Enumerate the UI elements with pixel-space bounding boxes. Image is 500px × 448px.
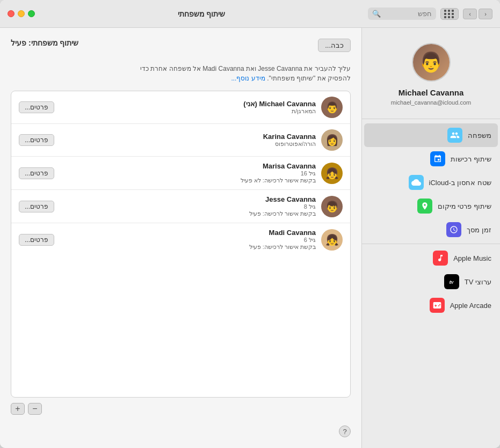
member-details-button[interactable]: פרטים... (19, 101, 54, 113)
sidebar-item-screentime[interactable]: זמן מסך (362, 218, 500, 241)
forward-button[interactable]: › (479, 9, 492, 19)
titlebar: שיתוף משפחתי 🔍 ‹ (0, 0, 500, 28)
window-title: שיתוף משפחתי (178, 10, 226, 18)
member-avatar: 👦 (321, 196, 343, 217)
member-info: Karina Cavannaהורה/אפוטרופוס (263, 133, 316, 148)
sidebar-item-purchases[interactable]: שיתוף רכישות (362, 147, 500, 171)
grid-dots (444, 10, 454, 18)
member-row: 👧Marisa Cavannaגיל 16בקשת אישור לרכישה: … (11, 157, 350, 190)
member-row: 👧Madi Cavannaגיל 6בקשת אישור לרכישה: פעי… (11, 223, 350, 256)
member-details-button[interactable]: פרטים... (19, 234, 54, 246)
sidebar-item-label: שטח אחסון ב-iCloud (429, 179, 491, 187)
sidebar-item-label: Apple Music (453, 254, 491, 262)
grid-dot (444, 13, 446, 15)
nav-buttons: ‹ › (463, 9, 492, 19)
help-button[interactable]: ? (339, 425, 351, 437)
sidebar-divider-1 (362, 119, 500, 119)
titlebar-left (8, 10, 35, 17)
close-button[interactable] (8, 10, 15, 17)
location-icon (417, 199, 432, 214)
member-details-button[interactable]: פרטים... (19, 201, 54, 212)
member-status: בקשת אישור לרכישה: לא פעיל (241, 177, 316, 184)
grid-dot (444, 10, 446, 12)
sidebar-item-location[interactable]: שיתוף פרטי מיקום (362, 194, 500, 218)
member-status: בקשת אישור לרכישה: פעיל (249, 244, 316, 251)
grid-dot (452, 16, 454, 18)
sidebar-item-music[interactable]: Apple Music (362, 246, 500, 270)
member-role: גיל 6 (249, 237, 316, 244)
member-role: המארגן/ת (243, 108, 316, 115)
screentime-icon (446, 222, 461, 237)
sidebar-item-label: ערוצי TV (465, 278, 491, 286)
minimize-button[interactable] (18, 10, 25, 17)
member-right: 👧Marisa Cavannaגיל 16בקשת אישור לרכישה: … (241, 162, 343, 184)
profile-name: Michael Cavanna (398, 88, 464, 97)
tv-icon: tv (444, 274, 459, 289)
members-list: 👨Michael Cavanna (אני)המארגן/תפרטים...👩K… (11, 91, 351, 398)
member-name: Karina Cavanna (263, 133, 316, 141)
music-icon (433, 251, 448, 266)
member-info: Madi Cavannaגיל 6בקשת אישור לרכישה: פעיל (249, 229, 316, 251)
search-box[interactable]: 🔍 (368, 8, 436, 20)
member-role: גיל 8 (249, 203, 316, 210)
search-input[interactable] (383, 10, 432, 18)
member-name: Madi Cavanna (249, 229, 316, 237)
window: שיתוף משפחתי 🔍 ‹ (0, 0, 500, 448)
right-sidebar: 👨 Michael Cavanna michael_cavanna@icloud… (361, 28, 500, 448)
grid-dot (448, 13, 450, 15)
list-footer: − + (11, 403, 351, 415)
panel-subtitle: עליך להעביר את Jesse Cavanna ואת Madi Ca… (11, 64, 351, 83)
sidebar-item-label: שיתוף רכישות (451, 155, 491, 163)
purchases-icon (430, 151, 445, 166)
arcade-icon (430, 298, 445, 313)
member-info: Jesse Cavannaגיל 8בקשת אישור לרכישה: פעי… (249, 195, 316, 217)
remove-member-button[interactable]: − (28, 403, 42, 415)
member-name: Michael Cavanna (אני) (243, 100, 316, 108)
grid-view-button[interactable] (440, 8, 459, 20)
sidebar-item-label: משפחה (468, 131, 491, 139)
sidebar-item-tv[interactable]: ערוצי TVtv (362, 270, 500, 293)
profile-email: michael_cavanna@icloud.com (391, 99, 471, 106)
profile-section: 👨 Michael Cavanna michael_cavanna@icloud… (362, 28, 500, 116)
grid-dot (452, 10, 454, 12)
member-row: 👦Jesse Cavannaגיל 8בקשת אישור לרכישה: פע… (11, 190, 350, 223)
member-right: 👦Jesse Cavannaגיל 8בקשת אישור לרכישה: פע… (249, 195, 343, 217)
sidebar-item-label: זמן מסך (467, 226, 491, 234)
member-avatar: 👨 (321, 97, 343, 118)
member-avatar: 👩 (321, 129, 343, 151)
member-info: Michael Cavanna (אני)המארגן/ת (243, 100, 316, 115)
member-info: Marisa Cavannaגיל 16בקשת אישור לרכישה: ל… (241, 162, 316, 184)
grid-dot (444, 16, 446, 18)
back-button[interactable]: ‹ (463, 9, 477, 19)
member-name: Marisa Cavanna (241, 162, 316, 170)
sidebar-item-arcade[interactable]: Apple Arcade (362, 293, 500, 317)
member-role: הורה/אפוטרופוס (263, 141, 316, 148)
member-name: Jesse Cavanna (249, 195, 316, 203)
grid-dot (448, 16, 450, 18)
sidebar-divider-2 (362, 244, 500, 244)
maximize-button[interactable] (28, 10, 35, 17)
family-icon (447, 128, 462, 143)
sidebar-item-icloud[interactable]: שטח אחסון ב-iCloud (362, 171, 500, 194)
left-panel: שיתוף משפחתי: פעיל כבה... עליך להעביר את… (0, 28, 361, 448)
sidebar-item-label: שיתוף פרטי מיקום (438, 202, 491, 210)
sidebar-nav: משפחהשיתוף רכישותשטח אחסון ב-iCloudשיתוף… (362, 121, 500, 319)
member-right: 👩Karina Cavannaהורה/אפוטרופוס (263, 129, 343, 151)
traffic-lights (8, 10, 35, 17)
add-member-button[interactable]: + (11, 403, 25, 415)
member-right: 👧Madi Cavannaגיל 6בקשת אישור לרכישה: פעי… (249, 229, 343, 251)
member-status: בקשת אישור לרכישה: פעיל (249, 210, 316, 217)
grid-dot (452, 13, 454, 15)
member-details-button[interactable]: פרטים... (19, 134, 54, 146)
sidebar-item-family[interactable]: משפחה (364, 123, 498, 147)
main-content: שיתוף משפחתי: פעיל כבה... עליך להעביר את… (0, 28, 500, 448)
member-avatar: 👧 (321, 229, 343, 251)
member-row: 👩Karina Cavannaהורה/אפוטרופוספרטים... (11, 124, 350, 157)
member-avatar: 👧 (321, 163, 343, 184)
turn-off-button[interactable]: כבה... (318, 39, 351, 52)
panel-title: שיתוף משפחתי: פעיל (11, 39, 78, 47)
member-details-button[interactable]: פרטים... (19, 167, 54, 179)
member-right: 👨Michael Cavanna (אני)המארגן/ת (243, 97, 343, 118)
learn-more-link[interactable]: מידע נוסף... (231, 75, 265, 82)
panel-header: שיתוף משפחתי: פעיל כבה... עליך להעביר את… (11, 39, 351, 83)
